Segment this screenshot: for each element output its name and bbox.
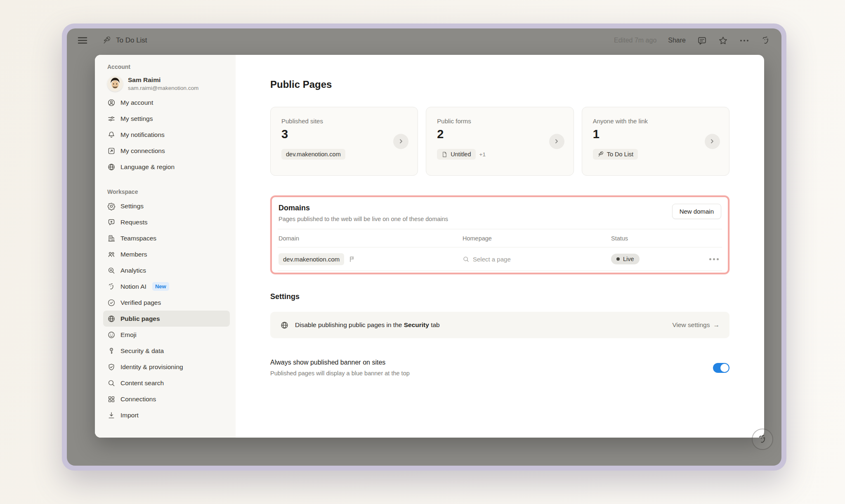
- sidebar-item-label: My notifications: [120, 131, 165, 139]
- sidebar-item-import[interactable]: Import: [103, 407, 230, 423]
- page-title: To Do List: [116, 36, 147, 45]
- domains-table: Domain Homepage Status dev.makenotion.co…: [278, 229, 722, 271]
- card-count: 3: [281, 127, 407, 141]
- sidebar-item-label: Settings: [120, 203, 144, 210]
- desktop-background: To Do List Edited 7m ago Share: [0, 0, 845, 504]
- arrow-right-icon: →: [713, 321, 720, 329]
- sidebar-item-my-account[interactable]: My account: [103, 94, 230, 111]
- members-icon: [107, 250, 116, 259]
- globe-icon: [107, 163, 116, 171]
- banner-toggle[interactable]: [713, 363, 729, 373]
- domain-chip[interactable]: dev.makenotion.com: [281, 149, 345, 160]
- sidebar-item-analytics[interactable]: Analytics: [103, 262, 230, 278]
- domain-name: dev.makenotion.com: [283, 256, 340, 263]
- sidebar-item-my-connections[interactable]: My connections: [103, 143, 230, 159]
- sidebar-item-label: My settings: [120, 115, 153, 122]
- sidebar-item-label: Analytics: [120, 267, 146, 274]
- domains-section-highlighted: Domains Pages published to the web will …: [270, 195, 729, 274]
- public-forms-card[interactable]: Public forms 2 Untitled +1: [426, 107, 574, 176]
- hamburger-icon: [78, 37, 87, 44]
- sidebar-item-label: Public pages: [120, 315, 160, 323]
- sam-raimi-photo: [107, 76, 123, 92]
- sidebar-item-my-notifications[interactable]: My notifications: [103, 127, 230, 143]
- live-dot-icon: [616, 257, 620, 261]
- anyone-with-link-card[interactable]: Anyone with the link 1 To Do List: [582, 107, 729, 176]
- card-count: 2: [437, 127, 562, 141]
- published-banner-setting: Always show published banner on sites Pu…: [270, 359, 729, 377]
- sidebar-item-connections[interactable]: Connections: [103, 391, 230, 407]
- section-label-workspace: Workspace: [103, 186, 230, 198]
- chevron-right-icon[interactable]: [549, 134, 564, 149]
- chip-label: dev.makenotion.com: [286, 151, 341, 158]
- notion-ai-button[interactable]: [761, 35, 771, 45]
- sidebar-item-content-search[interactable]: Content search: [103, 375, 230, 391]
- settings-modal: Account: [95, 55, 764, 438]
- sidebar-item-teamspaces[interactable]: Teamspaces: [103, 230, 230, 246]
- security-note-banner: Disable publishing public pages in the S…: [270, 312, 729, 338]
- import-arrow-icon: [107, 411, 116, 419]
- summary-cards: Published sites 3 dev.makenotion.com Pub…: [270, 107, 729, 176]
- sidebar-item-label: Teamspaces: [120, 235, 156, 242]
- domain-row: dev.makenotion.com Select a page: [278, 247, 722, 271]
- share-button[interactable]: Share: [668, 37, 686, 44]
- comments-icon: [697, 36, 707, 45]
- sidebar-item-label: Connections: [120, 396, 156, 403]
- notion-app-window: To Do List Edited 7m ago Share: [67, 28, 781, 466]
- sidebar-menu-button[interactable]: [78, 37, 87, 44]
- setting-description: Published pages will display a blue bann…: [270, 370, 410, 377]
- user-email: sam.raimi@makenotion.com: [128, 85, 198, 91]
- sidebar-item-settings[interactable]: Settings: [103, 198, 230, 214]
- sidebar-item-label: Emoji: [120, 331, 137, 339]
- sidebar-item-members[interactable]: Members: [103, 246, 230, 262]
- search-icon: [463, 256, 470, 263]
- domain-name-chip[interactable]: dev.makenotion.com: [279, 253, 344, 265]
- app-window-frame: To Do List Edited 7m ago Share: [62, 24, 786, 471]
- view-settings-link[interactable]: View settings →: [672, 321, 720, 329]
- chevron-right-icon[interactable]: [705, 134, 720, 149]
- more-options-button[interactable]: [739, 36, 749, 45]
- select-homepage-input[interactable]: Select a page: [463, 256, 511, 263]
- sidebar-item-public-pages[interactable]: Public pages: [103, 311, 230, 327]
- row-more-options-button[interactable]: [709, 258, 719, 260]
- homepage-placeholder: Select a page: [473, 256, 511, 263]
- page-icon: [441, 151, 448, 158]
- sidebar-item-requests[interactable]: Requests: [103, 214, 230, 230]
- flag-icon[interactable]: [349, 256, 356, 263]
- sliders-icon: [107, 115, 116, 123]
- sidebar-item-notion-ai[interactable]: Notion AI New: [103, 278, 230, 294]
- security-note-text: Disable publishing public pages in the S…: [295, 321, 440, 329]
- sidebar-item-security-data[interactable]: Security & data: [103, 343, 230, 359]
- notion-ai-fab[interactable]: [752, 429, 773, 450]
- sidebar-item-emoji[interactable]: Emoji: [103, 327, 230, 343]
- published-sites-card[interactable]: Published sites 3 dev.makenotion.com: [270, 107, 418, 176]
- user-name: Sam Raimi: [128, 76, 198, 84]
- star-icon: [718, 36, 728, 45]
- favorite-button[interactable]: [718, 36, 728, 45]
- setting-label: Always show published banner on sites: [270, 359, 410, 366]
- card-label: Published sites: [281, 118, 407, 125]
- chevron-right-icon[interactable]: [393, 134, 408, 149]
- page-chip[interactable]: Untitled: [437, 149, 475, 160]
- sidebar-item-identity-provisioning[interactable]: Identity & provisioning: [103, 359, 230, 375]
- sidebar-item-verified-pages[interactable]: Verified pages: [103, 294, 230, 311]
- sidebar-item-label: Security & data: [120, 347, 164, 355]
- sidebar-item-label: My account: [120, 99, 153, 106]
- badminton-icon: [102, 36, 111, 45]
- arrow-up-right-square-icon: [107, 147, 116, 155]
- page-title-breadcrumb[interactable]: To Do List: [102, 36, 147, 45]
- chip-label: Untitled: [451, 151, 471, 158]
- sidebar-item-label: Members: [120, 251, 147, 258]
- card-label: Anyone with the link: [593, 118, 718, 125]
- sidebar-item-language-region[interactable]: Language & region: [103, 159, 230, 175]
- sidebar-item-label: Language & region: [120, 163, 175, 171]
- page-chip[interactable]: To Do List: [593, 149, 638, 160]
- sidebar-item-label: Requests: [120, 219, 147, 226]
- domains-title: Domains: [279, 204, 448, 212]
- sidebar-item-user-profile[interactable]: Sam Raimi sam.raimi@makenotion.com: [103, 73, 230, 94]
- topbar: To Do List Edited 7m ago Share: [67, 28, 781, 52]
- settings-title: Settings: [270, 292, 729, 301]
- comments-button[interactable]: [697, 36, 707, 45]
- sidebar-item-my-settings[interactable]: My settings: [103, 111, 230, 127]
- sidebar-item-label: Content search: [120, 379, 164, 387]
- new-domain-button[interactable]: New domain: [672, 204, 721, 219]
